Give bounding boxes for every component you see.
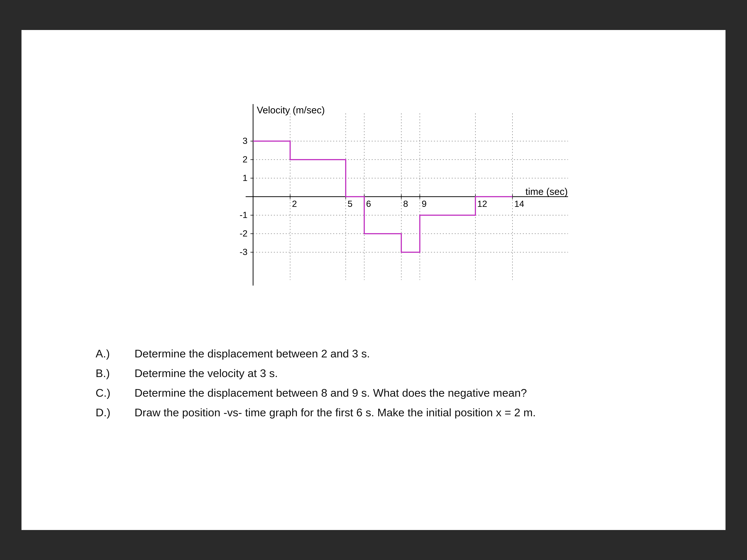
question-c: C.) Determine the displacement between 8… bbox=[96, 384, 536, 402]
question-d: D.) Draw the position -vs- time graph fo… bbox=[96, 404, 536, 422]
question-text: Determine the displacement between 2 and… bbox=[134, 345, 370, 363]
x-tick-8: 8 bbox=[403, 199, 408, 209]
y-tick-2: 2 bbox=[242, 155, 248, 164]
velocity-time-chart: 3 2 1 -1 -2 -3 2 5 bbox=[225, 85, 577, 308]
question-a: A.) Determine the displacement between 2… bbox=[96, 345, 536, 363]
question-b: B.) Determine the velocity at 3 s. bbox=[96, 365, 536, 382]
question-label: C.) bbox=[96, 384, 118, 402]
x-tick-5: 5 bbox=[347, 199, 353, 209]
question-text: Determine the velocity at 3 s. bbox=[134, 365, 278, 382]
x-tick-9: 9 bbox=[422, 199, 427, 209]
question-text: Draw the position -vs- time graph for th… bbox=[134, 404, 536, 422]
y-tick-1: 1 bbox=[242, 173, 248, 183]
y-tick-3: 3 bbox=[242, 136, 248, 146]
y-axis-label: Velocity (m/sec) bbox=[257, 105, 325, 115]
question-list: A.) Determine the displacement between 2… bbox=[96, 345, 536, 423]
question-text: Determine the displacement between 8 and… bbox=[134, 384, 527, 402]
x-tick-6: 6 bbox=[366, 199, 371, 209]
question-label: D.) bbox=[96, 404, 118, 422]
y-tick-n3: -3 bbox=[239, 247, 248, 257]
x-axis-label: time (sec) bbox=[525, 186, 568, 197]
x-tick-2: 2 bbox=[292, 199, 297, 209]
x-tick-14: 14 bbox=[514, 199, 524, 209]
x-tick-12: 12 bbox=[477, 199, 487, 209]
question-label: A.) bbox=[96, 345, 118, 363]
y-tick-n2: -2 bbox=[239, 229, 248, 238]
worksheet-page: 3 2 1 -1 -2 -3 2 5 bbox=[22, 30, 725, 530]
question-label: B.) bbox=[96, 365, 118, 382]
y-tick-n1: -1 bbox=[239, 210, 248, 220]
